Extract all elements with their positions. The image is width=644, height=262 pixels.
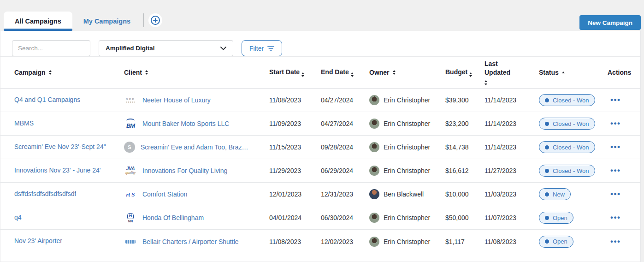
filter-button[interactable]: Filter bbox=[242, 40, 282, 56]
table-row: Screamin' Eve Nov 23'-Sept 24" S Screami… bbox=[0, 136, 640, 159]
header-owner[interactable]: Owner bbox=[369, 68, 445, 77]
budget-cell: $23,200 bbox=[445, 120, 484, 127]
campaign-link[interactable]: Innovations Nov 23' - June 24' bbox=[14, 167, 100, 174]
status-dot-icon bbox=[545, 169, 549, 173]
status-cell: Closed - Won bbox=[539, 118, 608, 130]
budget-cell: $16,612 bbox=[445, 167, 484, 174]
last-updated-cell: 11/03/2023 bbox=[484, 191, 539, 198]
status-badge: Closed - Won bbox=[539, 141, 595, 153]
client-link[interactable]: Comfort Station bbox=[142, 191, 187, 198]
start-date-cell: 04/01/2024 bbox=[269, 214, 321, 221]
campaign-cell: Innovations Nov 23' - June 24' bbox=[14, 167, 124, 175]
client-link[interactable]: Screamin' Eve and Adam Too, Braz… bbox=[141, 143, 248, 151]
header-actions: Actions bbox=[608, 68, 641, 77]
actions-menu-button[interactable]: ••• bbox=[608, 213, 620, 222]
table-row: Innovations Nov 23' - June 24' JVA quali… bbox=[0, 159, 640, 183]
client-link[interactable]: Bellair Charters / Airporter Shuttle bbox=[142, 238, 239, 245]
client-link[interactable]: Neeter House of Luxury bbox=[142, 96, 211, 104]
add-tab-button[interactable] bbox=[148, 13, 162, 27]
header-last-updated[interactable]: Last Updated bbox=[484, 60, 527, 85]
status-badge: Open bbox=[539, 236, 573, 248]
owner-cell: Erin Christopher bbox=[369, 142, 445, 152]
campaign-cell: Screamin' Eve Nov 23'-Sept 24" bbox=[14, 143, 124, 152]
end-date-cell: 12/31/2023 bbox=[321, 191, 369, 198]
header-budget[interactable]: Budget bbox=[445, 68, 484, 77]
campaign-link[interactable]: q4 bbox=[14, 214, 22, 221]
owner-name: Erin Christopher bbox=[384, 96, 430, 104]
header-owner-label: Owner bbox=[369, 68, 390, 77]
actions-menu-button[interactable]: ••• bbox=[608, 119, 620, 128]
last-updated-cell: 11/14/2023 bbox=[484, 96, 539, 104]
budget-cell: $39,300 bbox=[445, 96, 484, 104]
status-label: Closed - Won bbox=[553, 167, 589, 174]
end-date-cell: 06/30/2024 bbox=[321, 214, 369, 221]
client-cell: JVA quality Innovations For Quality Livi… bbox=[124, 167, 269, 175]
client-link[interactable]: Innovations For Quality Living bbox=[142, 167, 227, 174]
actions-menu-button[interactable]: ••• bbox=[608, 237, 620, 246]
header-start-date[interactable]: Start Date bbox=[269, 68, 321, 77]
table-row: dsffdsfsdfsdfsdfsdfsdf rt S Comfort Stat… bbox=[0, 183, 640, 206]
status-cell: Closed - Won bbox=[539, 94, 608, 106]
client-logo-icon: H NN bbox=[124, 213, 137, 223]
header-end-date[interactable]: End Date bbox=[321, 68, 369, 77]
table-header-row: Campaign Client Start Date End Date Owne… bbox=[0, 56, 640, 89]
campaign-cell: Q4 and Q1 Campaigns bbox=[14, 96, 124, 105]
actions-cell: ••• bbox=[608, 95, 641, 105]
campaign-link[interactable]: MBMS bbox=[14, 119, 34, 127]
client-cell: BM Mount Baker Moto Sports LLC bbox=[124, 119, 269, 129]
header-campaign[interactable]: Campaign bbox=[14, 68, 124, 77]
client-link[interactable]: Honda Of Bellingham bbox=[142, 214, 204, 221]
status-badge: Closed - Won bbox=[539, 165, 595, 177]
campaign-link[interactable]: Nov 23' Airporter bbox=[14, 237, 62, 244]
campaign-link[interactable]: Q4 and Q1 Campaigns bbox=[14, 96, 80, 103]
sort-icon bbox=[351, 72, 354, 77]
start-date-cell: 11/08/2023 bbox=[269, 238, 321, 245]
toolbar: Amplified Digital Filter bbox=[0, 31, 640, 56]
header-status[interactable]: Status bbox=[539, 68, 608, 77]
actions-cell: ••• bbox=[608, 166, 641, 175]
sort-icon bbox=[484, 80, 487, 85]
budget-cell: $1,117 bbox=[445, 238, 484, 245]
status-cell: New bbox=[539, 188, 608, 200]
campaign-link[interactable]: dsffdsfsdfsdfsdfsdfsdf bbox=[14, 190, 76, 197]
owner-name: Erin Christopher bbox=[384, 167, 430, 174]
tab-divider bbox=[143, 13, 144, 27]
client-logo-icon: NEE bbox=[124, 98, 137, 103]
new-campaign-button[interactable]: New Campaign bbox=[579, 15, 641, 30]
filter-icon bbox=[267, 46, 274, 51]
client-logo-text: NEE bbox=[126, 98, 135, 101]
actions-menu-button[interactable]: ••• bbox=[608, 166, 620, 175]
campaign-link[interactable]: Screamin' Eve Nov 23'-Sept 24" bbox=[14, 143, 106, 150]
header-status-label: Status bbox=[539, 68, 559, 77]
sort-icon bbox=[145, 70, 148, 75]
owner-cell: Erin Christopher bbox=[369, 213, 445, 223]
header-client[interactable]: Client bbox=[124, 68, 269, 77]
owner-cell: Erin Christopher bbox=[369, 95, 445, 105]
search-input[interactable] bbox=[12, 40, 90, 56]
client-logo-icon: JVA quality bbox=[124, 167, 137, 175]
table-row: Nov 23' Airporter Bellair Charters / Air… bbox=[0, 230, 640, 253]
start-date-cell: 11/29/2023 bbox=[269, 167, 321, 174]
owner-avatar bbox=[369, 213, 379, 223]
plus-circle-icon bbox=[150, 15, 161, 26]
actions-menu-button[interactable]: ••• bbox=[608, 95, 620, 104]
status-dot-icon bbox=[545, 122, 549, 126]
sort-asc-icon bbox=[562, 71, 565, 73]
tab-strip: All Campaigns My Campaigns New Campaign bbox=[0, 0, 644, 31]
table-row: q4 H NN Honda Of Bellingham 04/01/2024 0… bbox=[0, 206, 640, 230]
client-logo-icon: S bbox=[124, 142, 135, 153]
header-end-date-label: End Date bbox=[321, 68, 349, 76]
owner-name: Erin Christopher bbox=[384, 120, 430, 127]
client-logo-subtext: quality bbox=[125, 171, 136, 175]
tab-all-campaigns[interactable]: All Campaigns bbox=[4, 12, 72, 31]
client-link[interactable]: Mount Baker Moto Sports LLC bbox=[142, 120, 229, 127]
actions-menu-button[interactable]: ••• bbox=[608, 143, 620, 151]
status-dot-icon bbox=[545, 239, 549, 244]
chevron-down-icon bbox=[220, 47, 226, 50]
client-filter-value: Amplified Digital bbox=[106, 45, 155, 52]
header-campaign-label: Campaign bbox=[14, 68, 46, 77]
tab-my-campaigns[interactable]: My Campaigns bbox=[72, 12, 142, 31]
client-filter-select[interactable]: Amplified Digital bbox=[99, 40, 233, 56]
client-logo-text: BM bbox=[126, 123, 135, 129]
actions-menu-button[interactable]: ••• bbox=[608, 190, 620, 198]
